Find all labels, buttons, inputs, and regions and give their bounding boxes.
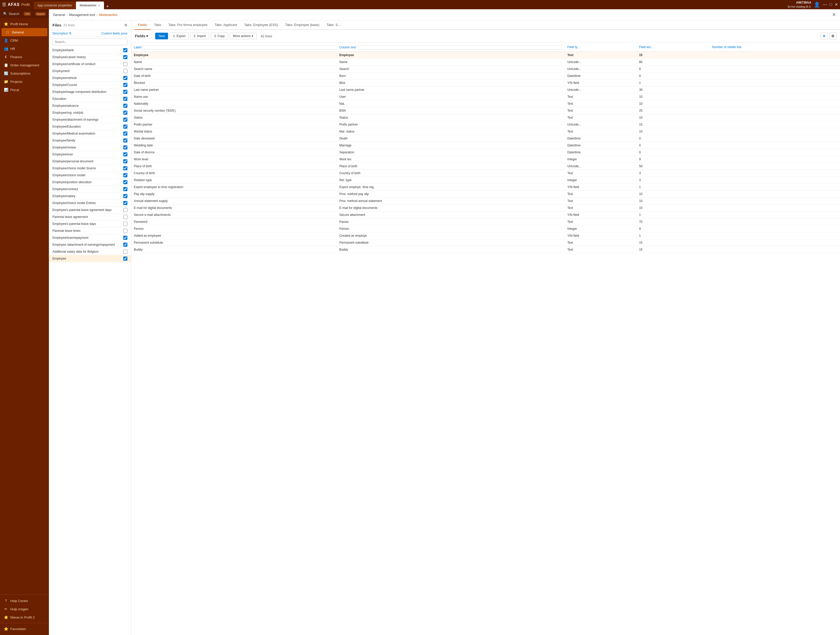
table-row[interactable]: Permanent substitute Permanent substitut… [131, 239, 840, 246]
sidebar-search[interactable]: 🔍 Search Ctrl Space [0, 9, 49, 18]
new-button[interactable]: New [155, 33, 168, 39]
table-row[interactable]: Marital status Mar. status Text 10 [131, 128, 840, 135]
file-row[interactable]: Employee's parental leave days [49, 221, 131, 227]
table-row[interactable]: Relation type Rel. type Integer 3 [131, 177, 840, 184]
sidebar-item-general[interactable]: □ General [2, 28, 47, 36]
file-checkbox[interactable] [123, 222, 127, 226]
file-checkbox[interactable] [123, 215, 127, 219]
file-checkbox[interactable] [123, 90, 127, 94]
table-row[interactable]: Date deceased Death Date/time 0 [131, 135, 840, 142]
file-row[interactable]: Employee/certificate of conduct [49, 61, 131, 68]
files-col-description[interactable]: Description ⇅ [52, 32, 101, 35]
file-row[interactable]: Employee/personal document [49, 158, 131, 165]
file-row[interactable]: Employee/org. unit/job [49, 109, 131, 116]
table-row[interactable]: Added as employee Created as employe Y/N… [131, 232, 840, 239]
file-row[interactable]: Employee [49, 255, 131, 262]
file-row[interactable]: Education [49, 95, 131, 102]
tab-medewerker[interactable]: Medewerker ✕ [76, 2, 104, 9]
file-checkbox[interactable] [123, 145, 127, 150]
file-checkbox[interactable] [123, 131, 127, 136]
hamburger-icon[interactable]: ☰ [2, 2, 6, 8]
file-checkbox[interactable] [123, 110, 127, 115]
files-search-input[interactable] [52, 39, 127, 45]
table-row[interactable]: Secure e-mail attachments Secure attachm… [131, 211, 840, 219]
file-row[interactable]: Employee/review [49, 144, 131, 151]
table-row[interactable]: Blocked Blck. Y/N field 1 [131, 79, 840, 87]
file-checkbox[interactable] [123, 166, 127, 170]
breadcrumb-general[interactable]: General [53, 13, 65, 17]
file-checkbox[interactable] [123, 139, 127, 143]
tab-tabs-employee-ess[interactable]: Tabs: Employee (ESS) [241, 20, 281, 30]
tab-tabs-s[interactable]: Tabs: S... [323, 20, 344, 30]
file-checkbox[interactable] [123, 48, 127, 52]
table-row[interactable]: Annual statement supply Prov. method ann… [131, 198, 840, 205]
file-row[interactable]: Employee/family [49, 137, 131, 144]
table-row[interactable]: Password Passw. Text 70 [131, 219, 840, 225]
tab-tabs-employee-base[interactable]: Tabs: Employee (base) [281, 20, 323, 30]
table-row[interactable]: Person Person Integer 9 [131, 225, 840, 232]
file-checkbox[interactable] [123, 104, 127, 108]
file-checkbox[interactable] [123, 180, 127, 184]
table-row[interactable]: Date of divorce Separation Date/time 0 [131, 149, 840, 156]
table-row[interactable]: Last name partner Last name partner Unic… [131, 87, 840, 93]
more-actions-button[interactable]: More actions ▾ [230, 33, 257, 39]
sidebar-item-fiscal[interactable]: 📊 Fiscal [0, 86, 49, 94]
filter-icon[interactable]: ▼ [820, 32, 827, 39]
file-row[interactable]: Employee/Medical examination [49, 130, 131, 137]
tab-tabs[interactable]: Tabs [150, 20, 165, 30]
file-checkbox[interactable] [123, 97, 127, 101]
table-row[interactable]: Name Name Unicode... 80 [131, 59, 840, 66]
file-checkbox[interactable] [123, 236, 127, 240]
file-row[interactable]: Employee/wage component distribution [49, 88, 131, 95]
file-checkbox[interactable] [123, 69, 127, 73]
file-row[interactable]: Employee/vehicle [49, 75, 131, 82]
sidebar-item-hr[interactable]: 👥 HR [0, 44, 49, 53]
table-row[interactable]: Status Status Text 10 [131, 114, 840, 121]
sidebar-item-hulp-vragen[interactable]: ✏ Hulp vragen [0, 605, 49, 613]
minimize-icon[interactable]: — [823, 2, 827, 7]
file-row[interactable]: Employee/contract [49, 186, 131, 193]
file-row[interactable]: Employee/choice model [49, 172, 131, 179]
sidebar-item-nieuw-profit[interactable]: ⭐ Nieuw in Profit 2 [0, 613, 49, 621]
file-row[interactable]: Parental leave times [49, 227, 131, 235]
tab-tabs-proforma[interactable]: Tabs: Pro forma employee [165, 20, 211, 30]
tab-fields[interactable]: Fields [134, 20, 150, 30]
table-row[interactable]: Social security number ('BSN') BSN Text … [131, 107, 840, 114]
file-row[interactable]: Employee/bank [49, 47, 131, 54]
file-checkbox[interactable] [123, 152, 127, 156]
sidebar-item-favorieten[interactable]: ⭐ Favorieten [0, 625, 49, 633]
file-checkbox[interactable] [123, 194, 127, 198]
tab-medewerker-close[interactable]: ✕ [98, 4, 100, 7]
sidebar-item-subscriptions[interactable]: 🔄 Subscriptions [0, 69, 49, 77]
breadcrumb-management-tool[interactable]: Management tool [69, 13, 95, 17]
file-checkbox[interactable] [123, 159, 127, 163]
file-checkbox[interactable] [123, 250, 127, 254]
file-row[interactable]: Employee/Education [49, 123, 131, 130]
sidebar-item-crm[interactable]: 👤 CRM [0, 36, 49, 44]
table-row[interactable]: Pay slip supply Prov. method pay slip Te… [131, 191, 840, 198]
file-row[interactable]: Employee/career history [49, 54, 131, 61]
table-row[interactable]: Search name Search Unicode... 8 [131, 66, 840, 72]
close-panel-button[interactable]: ✕ [832, 12, 836, 17]
import-button[interactable]: 2. Import [190, 33, 209, 39]
file-checkbox[interactable] [123, 62, 127, 66]
table-row[interactable]: Name use User Text 10 [131, 93, 840, 100]
sidebar-item-help-center[interactable]: ? Help Center [0, 597, 49, 605]
sidebar-item-finance[interactable]: € Finance [0, 53, 49, 61]
file-checkbox[interactable] [123, 229, 127, 233]
file-checkbox[interactable] [123, 243, 127, 247]
table-row[interactable]: Wedding date Marriage Date/time 0 [131, 142, 840, 149]
user-avatar-icon[interactable]: 👤 [814, 2, 820, 8]
export-button[interactable]: 1. Export [170, 33, 189, 39]
tab-add-button[interactable]: + [104, 4, 111, 9]
file-checkbox[interactable] [123, 187, 127, 191]
table-row[interactable]: Nationality Nat. Text 10 [131, 100, 840, 107]
file-row[interactable]: Employee's parental leave agreement days [49, 206, 131, 214]
file-checkbox[interactable] [123, 76, 127, 80]
file-row[interactable]: Parental leave agreement [49, 214, 131, 221]
file-checkbox[interactable] [123, 201, 127, 205]
file-checkbox[interactable] [123, 118, 127, 122]
tab-app-connector[interactable]: App connector properties [34, 2, 76, 9]
file-checkbox[interactable] [123, 173, 127, 177]
file-row[interactable]: Employee/position allocation [49, 179, 131, 186]
